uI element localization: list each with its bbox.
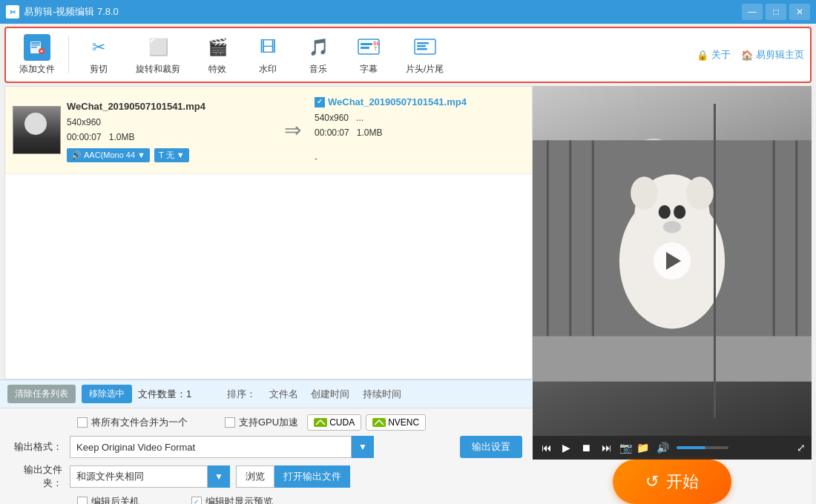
arrow-icon: ⇒: [277, 118, 309, 142]
preview-checkbox[interactable]: 编辑时显示预览: [191, 495, 273, 504]
home-link[interactable]: 🏠 易剪辑主页: [741, 48, 804, 62]
fullscreen-button[interactable]: ⤢: [797, 442, 806, 454]
player-controls: ⏮ ▶ ⏹ ⏭ 📷 📁 🔊 ⤢: [533, 436, 812, 460]
rotate-icon: ⬜: [145, 34, 171, 61]
shutdown-cb-icon: [77, 497, 88, 504]
merge-checkbox[interactable]: 将所有文件合并为一个: [77, 416, 188, 429]
add-file-button[interactable]: 添加文件: [12, 31, 62, 79]
output-resolution: 540x960 ...: [315, 110, 519, 125]
svg-point-28: [631, 176, 658, 210]
play-triangle-icon: [666, 252, 681, 270]
open-output-button[interactable]: 打开输出文件: [274, 465, 350, 488]
sort-area: 排序： 文件名 创建时间 持续时间: [227, 388, 412, 401]
file-item: WeChat_20190507101541.mp4 540x960 00:00:…: [5, 87, 532, 174]
start-icon: ↺: [645, 472, 659, 491]
format-dropdown-button[interactable]: ▼: [352, 436, 374, 458]
folder-input[interactable]: [70, 465, 208, 488]
nvidia-nvenc-icon: [372, 418, 386, 427]
music-icon: 🎵: [305, 34, 332, 61]
rotate-label: 旋转和裁剪: [136, 63, 180, 76]
svg-point-25: [659, 205, 671, 219]
cut-icon: ✂: [85, 34, 112, 61]
volume-slider[interactable]: [677, 446, 728, 449]
svg-rect-30: [533, 336, 812, 382]
cut-label: 剪切: [90, 63, 108, 76]
audio-track-select[interactable]: 🔊 AAC(Mono 44 ▼: [67, 148, 150, 162]
next-button[interactable]: ⏭: [599, 440, 615, 455]
clear-tasks-button[interactable]: 清除任务列表: [7, 385, 76, 403]
app-icon: ✂: [6, 5, 19, 19]
app-title: 易剪辑-视频编辑 7.8.0: [24, 5, 119, 19]
nvidia-icon: [314, 418, 327, 427]
input-duration: 00:00:07: [67, 132, 102, 142]
nvenc-label: NVENC: [388, 417, 419, 428]
file-info-output: ✓ WeChat_20190507101541.mp4 540x960 ... …: [309, 94, 524, 166]
start-button[interactable]: ↺ 开始: [613, 460, 731, 504]
output-duration-size: 00:00:07 1.0MB: [315, 125, 519, 140]
preview-cb-icon: [191, 497, 202, 504]
input-duration-size: 00:00:07 1.0MB: [67, 130, 271, 145]
close-button[interactable]: ✕: [789, 4, 810, 20]
rotate-button[interactable]: ⬜ 旋转和裁剪: [125, 31, 191, 79]
input-resolution: 540x960: [67, 115, 271, 130]
credits-label: 片头/片尾: [406, 63, 444, 76]
watermark-label: 水印: [259, 63, 277, 76]
window-controls: — □ ✕: [742, 4, 810, 20]
folder-dropdown-button[interactable]: ▼: [208, 465, 230, 488]
cut-button[interactable]: ✂ 剪切: [75, 31, 122, 79]
shutdown-checkbox[interactable]: 编辑后关机: [77, 495, 139, 504]
volume-fill: [677, 446, 705, 449]
format-input[interactable]: [70, 436, 352, 458]
input-filesize: 1.0MB: [109, 132, 135, 142]
text-track-select[interactable]: T 无 ▼: [154, 148, 189, 162]
credits-button[interactable]: 片头/片尾: [395, 31, 454, 79]
stop-button[interactable]: ⏹: [578, 440, 594, 455]
svg-rect-8: [361, 43, 372, 45]
audio-track-row: 🔊 AAC(Mono 44 ▼ T 无 ▼: [67, 148, 271, 162]
svg-rect-13: [417, 42, 429, 44]
prev-button[interactable]: ⏮: [539, 440, 555, 455]
output-settings-button[interactable]: 输出设置: [460, 436, 522, 458]
sort-label: 排序：: [227, 388, 256, 399]
start-area: ↺ 开始: [533, 460, 812, 504]
gpu-checkbox[interactable]: 支持GPU加速: [225, 416, 298, 429]
output-dash: -: [315, 151, 519, 166]
music-button[interactable]: 🎵 音乐: [295, 31, 342, 79]
effects-button[interactable]: 🎬 特效: [194, 31, 241, 79]
format-row: 输出格式： ▼ 输出设置: [10, 436, 522, 458]
sort-filename[interactable]: 文件名: [269, 388, 298, 399]
remove-selected-button[interactable]: 移除选中: [82, 385, 132, 403]
watermark-icon: 🎞: [254, 34, 281, 61]
maximize-button[interactable]: □: [766, 4, 786, 20]
file-count: 文件数量：1: [138, 388, 191, 401]
svg-rect-15: [417, 48, 427, 50]
sort-duration[interactable]: 持续时间: [363, 388, 401, 399]
sort-created[interactable]: 创建时间: [311, 388, 349, 399]
volume-button[interactable]: 🔊: [654, 440, 672, 455]
svg-text:SUB: SUB: [373, 41, 380, 46]
play-button[interactable]: ▶: [559, 440, 573, 455]
add-file-icon: [24, 34, 50, 61]
minimize-button[interactable]: —: [742, 4, 763, 20]
camera-button[interactable]: 📷: [619, 442, 632, 454]
subtitle-label: 字幕: [360, 63, 378, 76]
about-link[interactable]: 🔒 关于: [697, 48, 731, 62]
browse-button[interactable]: 浏览: [236, 465, 274, 488]
svg-rect-14: [417, 45, 426, 47]
svg-rect-9: [361, 47, 369, 49]
output-checkbox[interactable]: ✓: [315, 97, 325, 107]
nvenc-badge[interactable]: NVENC: [366, 414, 426, 431]
player-folder-button[interactable]: 📁: [636, 442, 649, 454]
titlebar: ✂ 易剪辑-视频编辑 7.8.0: [6, 5, 119, 19]
cuda-badge[interactable]: CUDA: [307, 414, 361, 431]
watermark-button[interactable]: 🎞 水印: [244, 31, 292, 79]
format-select-area: ▼: [70, 436, 447, 458]
svg-point-26: [674, 205, 685, 219]
preview-panel: ⏮ ▶ ⏹ ⏭ 📷 📁 🔊 ⤢ ↺ 开始: [533, 86, 812, 504]
svg-point-27: [663, 221, 681, 233]
subtitle-button[interactable]: SUB T 字幕: [345, 31, 392, 79]
file-list: WeChat_20190507101541.mp4 540x960 00:00:…: [4, 86, 533, 379]
toolbar-separator: [68, 36, 69, 73]
start-label: 开始: [666, 471, 699, 493]
play-button-overlay[interactable]: [654, 242, 691, 279]
